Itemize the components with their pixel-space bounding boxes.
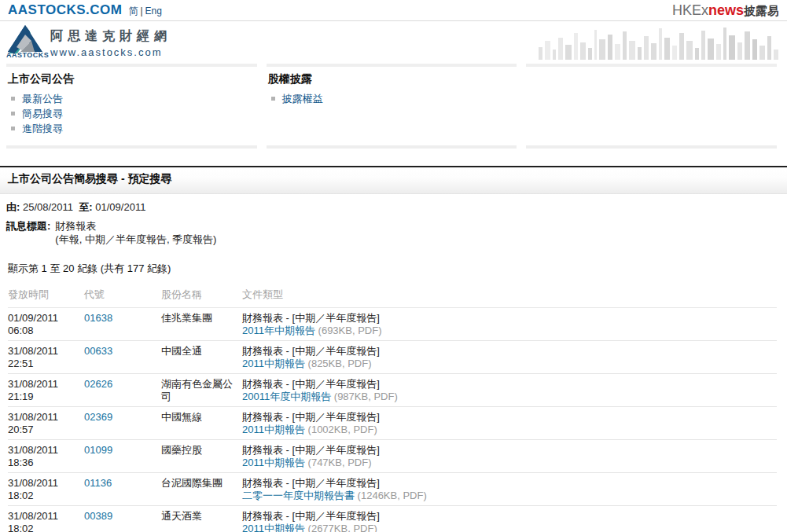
stock-code-link[interactable]: 02626: [84, 378, 112, 390]
skyline-image: [537, 24, 781, 60]
language-switcher: 简|Eng: [128, 5, 161, 18]
bullet-square-icon: [11, 112, 15, 116]
release-date: 31/08/2011: [8, 510, 79, 523]
document-type: 財務報表 - [中期／半年度報告]: [242, 510, 772, 523]
nav-item-simple-search[interactable]: 簡易搜尋: [8, 108, 256, 119]
document-type: 財務報表 - [中期／半年度報告]: [242, 411, 772, 424]
aastocks-wordmark[interactable]: AASTOCKS.COM: [8, 2, 122, 18]
stock-code-cell: 02626: [84, 378, 161, 403]
aastocks-logo[interactable]: AASTOCKS 阿思達克財經網 www.aastocks.com: [6, 22, 171, 60]
release-date: 31/08/2011: [8, 444, 79, 457]
table-row: 31/08/2011 18:02 00389 通天酒業 財務報表 - [中期／半…: [8, 506, 777, 532]
document-size: (825KB, PDF): [305, 358, 372, 369]
nav-link-latest-announcements[interactable]: 最新公告: [22, 93, 63, 105]
stock-name: 國藥控股: [161, 444, 202, 456]
brand-url: www.aastocks.com: [50, 46, 171, 58]
to-label: 至:: [79, 201, 92, 213]
stock-code-link[interactable]: 00633: [84, 345, 112, 357]
release-date: 31/08/2011: [8, 378, 79, 391]
results-summary: 顯示第 1 至 20 紀錄 (共有 177 紀錄): [8, 262, 777, 276]
hkex-logo-news: news: [708, 2, 744, 18]
release-date: 01/09/2011: [8, 312, 79, 325]
document-cell: 財務報表 - [中期／半年度報告] 2011中期報告 (1002KB, PDF): [242, 411, 777, 436]
subject-line: 訊息標題: 財務報表 (年報, 中期／半年度報告, 季度報告): [6, 219, 777, 246]
stock-name: 中國無線: [161, 411, 202, 423]
from-label: 由:: [6, 201, 20, 213]
release-time: 18:02: [8, 523, 79, 532]
document-size: (1002KB, PDF): [305, 424, 377, 435]
column-header-stock-name: 股份名稱: [161, 288, 242, 301]
document-link[interactable]: 2011中期報告: [242, 424, 305, 435]
bullet-square-icon: [11, 127, 15, 130]
nav-column-empty: [526, 64, 777, 149]
document-size: (987KB, PDF): [331, 391, 398, 402]
subject-label: 訊息標題:: [6, 219, 50, 246]
document-cell: 財務報表 - [中期／半年度報告] 2011中期報告 (2677KB, PDF): [242, 510, 777, 532]
aastocks-logo-icon: AASTOCKS: [6, 24, 46, 60]
nav-link-simple-search[interactable]: 簡易搜尋: [22, 108, 63, 119]
lang-separator: |: [140, 6, 142, 17]
release-date: 31/08/2011: [8, 477, 79, 490]
stock-code-link[interactable]: 01638: [84, 312, 112, 324]
document-link[interactable]: 2011年中期報告: [242, 325, 315, 336]
nav-item-latest-announcements[interactable]: 最新公告: [8, 93, 256, 105]
date-range-line: 由: 25/08/2011 至: 01/09/2011: [6, 200, 777, 214]
to-date-value: 01/09/2011: [95, 201, 145, 213]
table-row: 31/08/2011 20:57 02369 中國無線 財務報表 - [中期／半…: [8, 407, 777, 440]
stock-code-link[interactable]: 01099: [84, 444, 112, 456]
hkex-logo-prefix: HKEx: [672, 2, 708, 18]
nav-title-company-announcements: 上市公司公告: [8, 72, 256, 86]
table-row: 31/08/2011 21:19 02626 湖南有色金屬公司 財務報表 - […: [8, 374, 777, 407]
stock-name-cell: 佳兆業集團: [161, 312, 242, 337]
stock-code-link[interactable]: 00389: [84, 510, 112, 522]
column-header-document-type: 文件類型: [242, 288, 777, 301]
release-time-cell: 31/08/2011 22:51: [8, 345, 84, 370]
document-link[interactable]: 2011中期報告: [242, 358, 305, 369]
document-link[interactable]: 二零一一年度中期報告書: [242, 490, 355, 501]
release-time-cell: 31/08/2011 21:19: [8, 378, 84, 403]
banner: AASTOCKS 阿思達克財經網 www.aastocks.com: [0, 21, 787, 60]
release-time: 18:36: [8, 457, 79, 469]
stock-code-link[interactable]: 01136: [84, 477, 112, 489]
release-time-cell: 31/08/2011 20:57: [8, 411, 84, 436]
stock-name: 佳兆業集團: [161, 312, 212, 324]
hkex-logo-suffix: 披露易: [744, 4, 779, 17]
stock-code-link[interactable]: 02369: [84, 411, 112, 423]
document-size: (747KB, PDF): [305, 457, 372, 468]
brand-text: 阿思達克財經網 www.aastocks.com: [50, 28, 171, 60]
section-title-bar: 上市公司公告簡易搜尋 - 預定搜尋: [0, 166, 787, 194]
nav-column-company-announcements: 上市公司公告 最新公告 簡易搜尋 進階搜尋: [6, 64, 257, 149]
column-header-stock-code: 代號: [84, 288, 161, 301]
nav-link-disclosure-of-interests[interactable]: 披露權益: [282, 93, 323, 105]
release-time: 22:51: [8, 358, 79, 370]
document-link[interactable]: 2011中期報告: [242, 457, 305, 468]
stock-name: 通天酒業: [161, 510, 202, 522]
nav-link-advanced-search[interactable]: 進階搜尋: [22, 123, 63, 134]
stock-name-cell: 國藥控股: [161, 444, 242, 469]
document-type: 財務報表 - [中期／半年度報告]: [242, 378, 772, 391]
results-table-header: 發放時間 代號 股份名稱 文件類型: [8, 284, 777, 308]
release-time-cell: 31/08/2011 18:02: [8, 510, 84, 532]
lang-simplified-link[interactable]: 简: [128, 6, 138, 17]
table-row: 31/08/2011 18:36 01099 國藥控股 財務報表 - [中期／半…: [8, 440, 777, 473]
stock-name-cell: 中國無線: [161, 411, 242, 436]
document-link[interactable]: 2011中期報告: [242, 523, 305, 532]
hkexnews-logo[interactable]: HKExnews披露易: [672, 2, 779, 19]
top-bar: AASTOCKS.COM 简|Eng HKExnews披露易: [0, 0, 787, 21]
release-date: 31/08/2011: [8, 345, 79, 358]
lang-english-link[interactable]: Eng: [145, 6, 162, 17]
document-size: (693KB, PDF): [315, 325, 382, 336]
document-cell: 財務報表 - [中期／半年度報告] 二零一一年度中期報告書 (1246KB, P…: [242, 477, 777, 502]
table-row: 01/09/2011 06:08 01638 佳兆業集團 財務報表 - [中期／…: [8, 308, 777, 341]
results-rows: 01/09/2011 06:08 01638 佳兆業集團 財務報表 - [中期／…: [8, 308, 777, 532]
document-size: (2677KB, PDF): [305, 523, 377, 532]
subject-note: (年報, 中期／半年度報告, 季度報告): [55, 233, 216, 246]
nav-item-disclosure-of-interests[interactable]: 披露權益: [268, 93, 516, 105]
release-time-cell: 01/09/2011 06:08: [8, 312, 84, 337]
subject-value: 財務報表: [55, 219, 216, 233]
results-table: 發放時間 代號 股份名稱 文件類型 01/09/2011 06:08 01638…: [8, 284, 777, 532]
nav-item-advanced-search[interactable]: 進階搜尋: [8, 123, 256, 134]
bullet-square-icon: [271, 97, 275, 101]
document-link[interactable]: 20011年度中期報告: [242, 391, 331, 402]
nav-title-shareholding-disclosure: 股權披露: [268, 72, 516, 86]
